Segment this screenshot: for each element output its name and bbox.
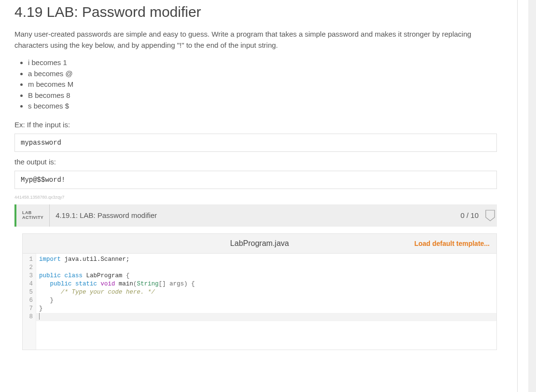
code-token: String [137, 281, 159, 287]
code-token: void [101, 281, 115, 287]
current-line-highlight [36, 313, 496, 321]
scrollbar-track[interactable] [528, 0, 536, 392]
code-editor[interactable]: 12345678 import java.util.Scanner; publi… [22, 254, 497, 350]
line-number-gutter: 12345678 [23, 254, 36, 350]
code-token: main [115, 281, 134, 287]
code-token [39, 289, 61, 296]
code-token: java.util.Scanner; [61, 256, 130, 263]
code-token: ( [133, 281, 137, 287]
code-token: [] args) { [159, 281, 195, 287]
code-token: /* Type your code here. */ [61, 289, 155, 296]
activity-header: LAB ACTIVITY 4.19.1: LAB: Password modif… [14, 204, 497, 227]
code-token [39, 281, 50, 287]
example-output-box: Myp@$$word! [14, 171, 497, 189]
rule-item: B becomes 8 [28, 90, 497, 101]
activity-label-line2: ACTIVITY [22, 216, 43, 220]
activity-badge-icon [483, 204, 497, 227]
page-title: 4.19 LAB: Password modifier [14, 4, 497, 20]
code-token: public [50, 281, 72, 287]
rule-item: i becomes 1 [28, 57, 497, 68]
text-cursor [39, 313, 40, 320]
code-token: class [65, 272, 83, 279]
content-divider [517, 0, 518, 392]
intro-paragraph: Many user-created passwords are simple a… [14, 29, 497, 51]
load-default-template-button[interactable]: Load default template... [414, 240, 490, 247]
code-token [39, 297, 50, 304]
code-content[interactable]: import java.util.Scanner; public class L… [36, 254, 496, 350]
code-token: public [39, 272, 61, 279]
activity-score: 0 / 10 [455, 204, 483, 227]
file-header: LabProgram.java Load default template... [22, 233, 497, 254]
example-output-label: the output is: [14, 158, 497, 166]
code-token: static [75, 281, 97, 287]
code-token: LabProgram [82, 272, 126, 279]
rule-item: a becomes @ [28, 68, 497, 80]
rule-item: m becomes M [28, 79, 497, 90]
code-token: { [126, 272, 130, 279]
question-id: 441458.1358780.qx3zqy7 [14, 195, 497, 200]
activity-title: 4.19.1: LAB: Password modifier [50, 204, 455, 227]
code-editor-panel: LabProgram.java Load default template...… [22, 233, 497, 350]
example-input-box: mypassword [14, 134, 497, 152]
example-input-label: Ex: If the input is: [14, 121, 497, 129]
code-token: import [39, 256, 61, 263]
code-token: } [50, 297, 54, 304]
activity-type-label: LAB ACTIVITY [16, 204, 49, 227]
replacement-rules-list: i becomes 1 a becomes @ m becomes M B be… [28, 57, 497, 112]
code-token: } [39, 305, 43, 312]
rule-item: s becomes $ [28, 101, 497, 112]
